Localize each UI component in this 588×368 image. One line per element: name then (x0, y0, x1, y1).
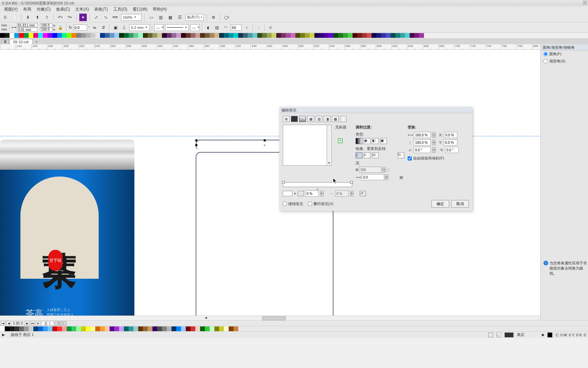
reverse-icon[interactable]: ↻ (397, 152, 404, 158)
palette-swatch[interactable] (195, 33, 200, 38)
palette-swatch[interactable] (100, 33, 105, 38)
cancel-button[interactable]: 取消 (451, 200, 469, 208)
mirror-h-icon[interactable]: ⇋ (91, 24, 98, 31)
palette-swatch[interactable] (410, 33, 414, 38)
handle-ml[interactable] (195, 144, 197, 146)
handle-tc[interactable] (264, 139, 266, 141)
page-tab-2[interactable]: 页 2 (54, 321, 67, 326)
palette-swatch[interactable] (400, 33, 405, 38)
steps-lock-icon[interactable]: ⬚ (386, 168, 391, 172)
palette-swatch[interactable] (86, 326, 91, 331)
palette-swatch[interactable] (110, 326, 114, 331)
export-icon[interactable]: ⬆ (34, 14, 41, 21)
palette-swatch[interactable] (167, 33, 172, 38)
effects-icon[interactable]: ✦ (255, 24, 262, 31)
launch-icon[interactable]: ▢▾ (223, 14, 230, 21)
palette-swatch[interactable] (172, 326, 176, 331)
radio-scallop[interactable] (543, 59, 548, 63)
menu-text[interactable]: 文本(X) (72, 6, 92, 12)
gradient-track[interactable] (283, 182, 352, 187)
fill-skew-input[interactable] (414, 147, 431, 153)
palette-swatch[interactable] (67, 33, 71, 38)
palette-swatch[interactable] (357, 33, 362, 38)
palette-swatch[interactable] (81, 33, 86, 38)
outline-swatch-icon[interactable]: ◇ (496, 333, 501, 337)
fill-postscript-icon[interactable]: ⋮⋮ (340, 116, 347, 122)
palette-swatch[interactable] (76, 33, 81, 38)
add-tab-icon[interactable]: + (34, 40, 39, 44)
outline-width-combo[interactable]: 0.2 mm▼ (129, 24, 150, 31)
palette-swatch[interactable] (329, 33, 333, 38)
palette-swatch[interactable] (167, 326, 172, 331)
page-next-icon[interactable]: ▶ (25, 321, 30, 326)
fill-texture-icon[interactable]: ▩ (332, 116, 339, 122)
palette-swatch[interactable] (162, 326, 167, 331)
menu-view[interactable]: 视图(V) (1, 6, 20, 12)
line-end-combo[interactable]: —▼ (190, 24, 200, 31)
publish-icon[interactable]: ⇪ (43, 14, 51, 21)
palette-swatch[interactable] (91, 326, 95, 331)
palette-swatch[interactable] (38, 33, 43, 38)
palette-swatch[interactable] (405, 33, 410, 38)
palette-swatch[interactable] (348, 33, 353, 38)
palette-swatch[interactable] (29, 326, 33, 331)
palette-swatch[interactable] (305, 33, 310, 38)
smooth-icon[interactable]: ↗ (360, 191, 366, 196)
palette-swatch[interactable] (5, 326, 10, 331)
repeat-default-icon[interactable]: ▯ (356, 152, 362, 158)
palette-swatch[interactable] (195, 326, 200, 331)
palette-swatch[interactable] (338, 33, 343, 38)
steps-spinner[interactable]: ▴▾ (382, 167, 386, 172)
fill-swatch-icon[interactable] (488, 333, 493, 337)
line-style-combo[interactable]: ▼ (165, 24, 189, 31)
palette-swatch[interactable] (200, 326, 205, 331)
gradient-stop-right[interactable] (350, 181, 353, 184)
palette-swatch[interactable] (43, 326, 48, 331)
palette-swatch[interactable] (233, 33, 238, 38)
palette-swatch[interactable] (67, 326, 71, 331)
palette-swatch[interactable] (10, 33, 14, 38)
palette-swatch[interactable] (143, 33, 148, 38)
palette-swatch[interactable] (148, 33, 152, 38)
palette-swatch[interactable] (229, 326, 233, 331)
palette-swatch[interactable] (71, 326, 76, 331)
palette-swatch[interactable] (333, 33, 338, 38)
palette-swatch[interactable] (57, 326, 62, 331)
palette-swatch[interactable] (95, 326, 100, 331)
zoom-combo[interactable]: 150%▼ (121, 14, 142, 21)
add-preset-icon[interactable]: + (338, 138, 343, 143)
palette-swatch[interactable] (229, 33, 233, 38)
palette-swatch[interactable] (181, 33, 186, 38)
wrap-checkbox[interactable] (283, 202, 287, 206)
menu-layout[interactable]: 布局 (20, 6, 34, 12)
spin[interactable]: ▴▾ (432, 132, 436, 138)
palette-swatch[interactable] (324, 33, 329, 38)
overprint-checkbox[interactable] (308, 202, 312, 206)
menu-tools[interactable]: 工具(O) (111, 6, 130, 12)
palette-swatch[interactable] (391, 33, 395, 38)
palette-swatch[interactable] (100, 326, 105, 331)
accel-input[interactable] (362, 174, 384, 180)
style-icon[interactable]: ℒ (120, 24, 128, 31)
palette-swatch[interactable] (367, 33, 372, 38)
fill-fountain-icon[interactable] (299, 116, 306, 122)
spread-icon[interactable]: ▤ (399, 175, 404, 180)
node-transp-icon[interactable] (298, 191, 304, 196)
free-scale-checkbox[interactable] (408, 156, 412, 160)
palette-swatch[interactable] (143, 326, 148, 331)
palette-swatch[interactable] (124, 33, 129, 38)
fill-none-icon[interactable]: ⊠ (283, 116, 290, 122)
gradient-bar[interactable]: △ (283, 182, 352, 188)
spin[interactable]: ▴▾ (320, 191, 324, 196)
grid-icon[interactable]: ▦ (166, 14, 174, 21)
undo-icon[interactable]: ↶▾ (56, 14, 64, 21)
palette-swatch[interactable] (133, 326, 138, 331)
palette-swatch[interactable] (110, 33, 114, 38)
palette-swatch[interactable] (372, 33, 376, 38)
snap-combo[interactable]: 贴齐(T)▾ (185, 14, 204, 21)
handle-tl[interactable] (195, 139, 197, 141)
palette-swatch[interactable] (267, 33, 272, 38)
palette-swatch[interactable] (200, 33, 205, 38)
palette-swatch[interactable] (176, 326, 181, 331)
palette-swatch[interactable] (224, 33, 229, 38)
